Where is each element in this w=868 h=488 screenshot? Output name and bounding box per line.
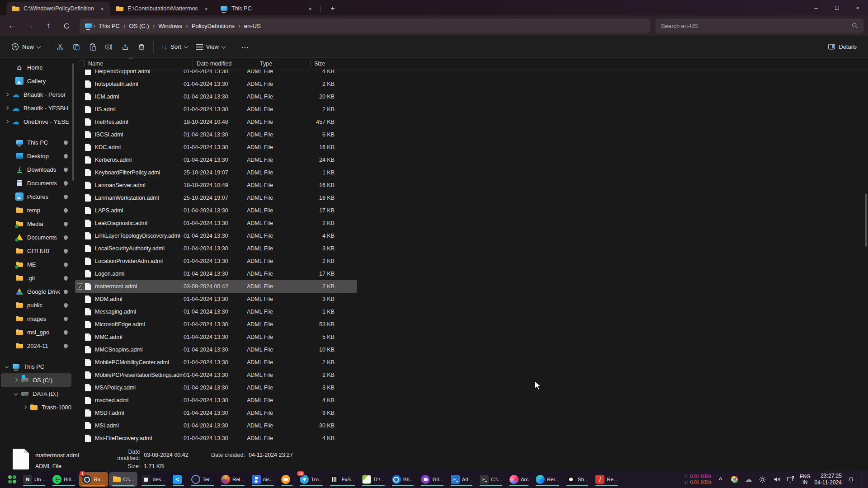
breadcrumb-item[interactable]: This PC: [96, 23, 123, 29]
file-row[interactable]: InetRes.adml 18-10-2024 10:48 ADML File …: [75, 116, 357, 128]
more-options-button[interactable]: …: [237, 39, 254, 55]
file-row[interactable]: MSI.adml 01-04-2024 13:30 ADML File 30 K…: [75, 419, 357, 432]
cloud-tray-icon[interactable]: ☁: [744, 474, 754, 485]
taskbar-app[interactable]: Arc: [506, 472, 532, 487]
details-pane-button[interactable]: Details: [824, 39, 861, 55]
breadcrumb-item[interactable]: OS (C:): [127, 23, 152, 29]
sidebar-tree-item[interactable]: Trash-1000: [1, 400, 71, 414]
file-row[interactable]: LanmanServer.adml 18-10-2024 10:49 ADML …: [75, 179, 357, 192]
file-row[interactable]: LanmanWorkstation.adml 25-10-2024 19:07 …: [75, 192, 357, 204]
chrome-tray-icon[interactable]: [730, 474, 740, 485]
sidebar-tree-item[interactable]: DATA (D:): [1, 387, 71, 400]
sidebar-pinned-item[interactable]: images: [1, 312, 71, 325]
taskbar-app[interactable]: Ter...: [188, 472, 217, 487]
file-row[interactable]: MMC.adml 01-04-2024 13:30 ADML File 5 KB: [75, 331, 357, 343]
sidebar-pinned-item[interactable]: .git: [1, 271, 71, 285]
view-button[interactable]: View: [192, 39, 229, 55]
taskbar-app[interactable]: Bill...: [49, 472, 78, 487]
file-row[interactable]: LocalSecurityAuthority.adml 01-04-2024 1…: [75, 242, 357, 255]
file-row[interactable]: LeakDiagnostic.adml 01-04-2024 13:30 ADM…: [75, 217, 357, 230]
tray-overflow-chevron[interactable]: ^: [716, 474, 726, 485]
file-row[interactable]: MSDT.adml 01-04-2024 13:30 ADML File 9 K…: [75, 407, 357, 419]
sidebar-pinned-item[interactable]: Media: [1, 217, 71, 230]
paste-button[interactable]: [85, 39, 101, 55]
file-row[interactable]: MSAPolicy.adml 01-04-2024 13:30 ADML Fil…: [75, 381, 357, 394]
sidebar-item[interactable]: Gallery: [1, 74, 71, 88]
sidebar-account-item[interactable]: OneDrive - YESE: [1, 115, 71, 128]
file-row[interactable]: ICM.adml 01-04-2024 13:30 ADML File 20 K…: [75, 90, 357, 103]
back-button[interactable]: ←: [5, 19, 20, 33]
volume-icon[interactable]: [772, 474, 782, 485]
close-window-button[interactable]: ×: [847, 0, 868, 15]
checkbox-checked[interactable]: ✓: [77, 283, 83, 290]
sidebar-pinned-item[interactable]: 2024-11: [1, 339, 71, 352]
explorer-tab[interactable]: E:\Contributation\Mattermost\ ×: [110, 2, 214, 15]
file-row[interactable]: LocationProviderAdm.adml 01-04-2024 13:3…: [75, 255, 357, 267]
taskbar-app[interactable]: [170, 472, 187, 487]
new-button[interactable]: New: [7, 39, 44, 55]
taskbar-app[interactable]: Git...: [418, 472, 446, 487]
taskbar-app[interactable]: C:\...: [476, 472, 505, 487]
sidebar-account-item[interactable]: Bhautik - YESBH: [1, 101, 71, 115]
sort-button[interactable]: ↑↓ Sort: [157, 39, 192, 55]
language-indicator[interactable]: ENGIN: [800, 474, 811, 485]
taskbar-app[interactable]: Rel...: [533, 472, 562, 487]
sidebar-pinned-item[interactable]: Google Drive: [1, 285, 71, 298]
explorer-tab[interactable]: This PC ×: [214, 2, 318, 15]
start-button[interactable]: [5, 472, 20, 487]
rename-button[interactable]: A: [101, 39, 117, 55]
file-row[interactable]: MMCSnapins.adml 01-04-2024 13:30 ADML Fi…: [75, 343, 357, 356]
select-all-checkbox[interactable]: [79, 61, 85, 66]
taskbar-app[interactable]: [278, 472, 296, 487]
explorer-tab[interactable]: C:\Windows\PolicyDefinitions\ ×: [6, 2, 110, 15]
sidebar-pinned-item[interactable]: Documents: [1, 176, 71, 190]
taskbar-app[interactable]: Sh...: [563, 472, 592, 487]
chevron-right-icon[interactable]: [5, 120, 9, 123]
column-header-type[interactable]: Type: [256, 60, 310, 67]
sidebar-pinned-item[interactable]: Documents: [1, 230, 71, 244]
sidebar-pinned-item[interactable]: ME: [1, 258, 71, 271]
sidebar-item[interactable]: Home: [1, 61, 71, 74]
address-bar[interactable]: › This PC › OS (C:) › Windows › PolicyDe…: [80, 19, 650, 33]
file-row[interactable]: MicrosoftEdge.adml 01-04-2024 13:30 ADML…: [75, 318, 357, 331]
file-row[interactable]: Messaging.adml 01-04-2024 13:30 ADML Fil…: [75, 305, 357, 318]
file-row[interactable]: KDC.adml 01-04-2024 13:30 ADML File 16 K…: [75, 141, 357, 154]
file-row[interactable]: Logon.adml 01-04-2024 13:30 ADML File 17…: [75, 267, 357, 280]
chevron-right-icon[interactable]: [23, 405, 27, 409]
file-row[interactable]: LinkLayerTopologyDiscovery.adml 01-04-20…: [75, 230, 357, 242]
sidebar-pinned-item[interactable]: GITHUB: [1, 244, 71, 258]
file-row[interactable]: MobilePCPresentationSettings.adml 01-04-…: [75, 369, 357, 381]
file-row[interactable]: Kerberos.adml 01-04-2024 13:30 ADML File…: [75, 154, 357, 166]
breadcrumb-item[interactable]: en-US: [241, 23, 264, 29]
taskbar-app[interactable]: Bh...: [389, 472, 417, 487]
sidebar-tree-item[interactable]: OS (C:): [1, 373, 71, 387]
file-row[interactable]: iSCSI.adml 01-04-2024 13:30 ADML File 6 …: [75, 128, 357, 141]
sidebar-pinned-item[interactable]: This PC: [1, 136, 71, 149]
file-row[interactable]: ✓ mattermost.adml 03-08-2024 00:42 ADML …: [75, 280, 357, 293]
new-tab-button[interactable]: +: [327, 3, 339, 14]
file-row[interactable]: LAPS.adml 01-04-2024 13:30 ADML File 17 …: [75, 204, 357, 217]
taskbar-app[interactable]: des...: [138, 472, 169, 487]
refresh-button[interactable]: [59, 19, 74, 33]
taskbar-app[interactable]: Rel...: [218, 472, 248, 487]
close-tab-icon[interactable]: ×: [202, 4, 211, 13]
delete-button[interactable]: [133, 39, 150, 55]
taskbar-app[interactable]: 98 Tro...: [297, 472, 326, 487]
file-row[interactable]: hotspotauth.adml 01-04-2024 13:30 ADML F…: [75, 78, 357, 90]
sidebar-pinned-item[interactable]: Downloads: [1, 163, 71, 176]
taskbar-app[interactable]: Un...: [20, 472, 48, 487]
sidebar-pinned-item[interactable]: Pictures: [1, 190, 71, 203]
column-header-date[interactable]: Date modified: [193, 60, 256, 67]
chevron-right-icon[interactable]: [14, 378, 18, 382]
sidebar-pinned-item[interactable]: msi_gpo: [1, 325, 71, 339]
cast-display-icon[interactable]: [786, 474, 796, 485]
column-header-name[interactable]: Name: [88, 60, 193, 67]
copy-button[interactable]: [68, 39, 85, 55]
chevron-right-icon[interactable]: [5, 93, 9, 96]
brightness-icon[interactable]: [758, 474, 768, 485]
search-input[interactable]: [661, 23, 852, 29]
file-row[interactable]: Msi-FileRecovery.adml 01-04-2024 13:30 A…: [75, 432, 357, 445]
column-header-size[interactable]: Size: [310, 60, 348, 67]
close-tab-icon[interactable]: ×: [306, 4, 315, 13]
notification-bell-icon[interactable]: z: [846, 474, 856, 485]
